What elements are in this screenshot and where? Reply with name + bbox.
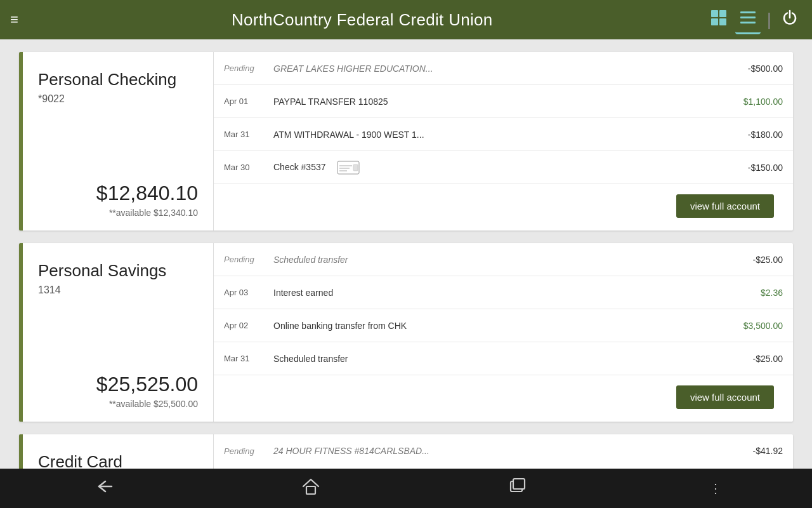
trans-desc: Interest earned	[267, 288, 726, 298]
account-right-savings: Pending Scheduled transfer -$25.00 Apr 0…	[213, 243, 793, 422]
svg-rect-6	[740, 22, 756, 23]
account-card-savings: Personal Savings 1314 $25,525.00 **avail…	[19, 243, 793, 422]
account-balance-checking: $12,840.10	[38, 182, 198, 205]
list-view-icon[interactable]	[735, 5, 761, 34]
svg-rect-0	[711, 10, 718, 17]
check-image-icon	[333, 161, 360, 175]
transaction-row: Pending 24 HOUR FITNESS #814CARLSBAD... …	[214, 434, 793, 467]
svg-rect-5	[740, 17, 756, 18]
account-left-credit: Credit Card	[23, 434, 213, 469]
trans-amount: -$180.00	[726, 130, 783, 140]
trans-date: Apr 01	[224, 97, 267, 106]
trans-date: Mar 30	[224, 163, 267, 172]
view-full-account-button-checking[interactable]: view full account	[676, 194, 774, 218]
trans-amount: $1,100.00	[726, 97, 783, 107]
trans-desc: Scheduled transfer	[267, 255, 726, 265]
transaction-row: Mar 31 ATM WITHDRAWAL - 1900 WEST 1... -…	[214, 118, 793, 151]
power-icon[interactable]	[778, 6, 802, 34]
svg-rect-14	[306, 486, 315, 494]
trans-date: Mar 31	[224, 130, 267, 139]
svg-rect-3	[719, 18, 726, 25]
transaction-row: Mar 31 Scheduled transfer -$25.00	[214, 342, 793, 375]
bottom-navigation: ⋮	[0, 469, 812, 508]
account-card-checking: Personal Checking *9022 $12,840.10 **ava…	[19, 52, 793, 231]
account-left-savings: Personal Savings 1314 $25,525.00 **avail…	[23, 243, 213, 422]
menu-icon[interactable]: ≡	[10, 13, 18, 27]
account-left-checking: Personal Checking *9022 $12,840.10 **ava…	[23, 52, 213, 231]
svg-rect-16	[513, 479, 525, 489]
svg-rect-4	[740, 11, 756, 13]
trans-date: Pending	[224, 64, 267, 73]
trans-desc: ATM WITHDRAWAL - 1900 WEST 1...	[267, 130, 726, 140]
transaction-row: Apr 02 Online banking transfer from CHK …	[214, 309, 793, 342]
trans-date: Apr 03	[224, 288, 267, 297]
trans-amount: -$25.00	[726, 255, 783, 265]
recent-apps-button[interactable]	[493, 472, 542, 504]
trans-desc: Check #3537	[267, 161, 726, 175]
transaction-row: Apr 01 PAYPAL TRANSFER 110825 $1,100.00	[214, 85, 793, 118]
account-number-savings: 1314	[38, 284, 198, 296]
back-button[interactable]	[79, 472, 129, 504]
account-number-checking: *9022	[38, 93, 198, 105]
account-available-savings: **available $25,500.00	[38, 399, 198, 409]
trans-date: Apr 02	[224, 321, 267, 330]
transaction-row: Pending GREAT LAKES HIGHER EDUCATION... …	[214, 52, 793, 85]
account-name-credit: Credit Card	[38, 452, 198, 469]
account-card-credit: Credit Card Pending 24 HOUR FITNESS #814…	[19, 434, 793, 469]
view-full-account-button-savings[interactable]: view full account	[676, 385, 774, 409]
trans-desc: GREAT LAKES HIGHER EDUCATION...	[267, 64, 726, 74]
trans-desc: Online banking transfer from CHK	[267, 321, 726, 331]
app-header: ≡ NorthCountry Federal Credit Union |	[0, 0, 812, 39]
trans-desc: PAYPAL TRANSFER 110825	[267, 97, 726, 107]
trans-amount: -$150.00	[726, 163, 783, 173]
trans-desc: Scheduled transfer	[267, 354, 726, 364]
trans-amount: $2.36	[726, 288, 783, 298]
transaction-row: Mar 30 Check #3537 -$150.00	[214, 151, 793, 184]
trans-date: Pending	[224, 446, 267, 456]
header-divider: |	[767, 10, 771, 30]
account-balance-savings: $25,525.00	[38, 373, 198, 396]
trans-date: Pending	[224, 255, 267, 264]
account-right-checking: Pending GREAT LAKES HIGHER EDUCATION... …	[213, 52, 793, 231]
transaction-row: Apr 03 Interest earned $2.36	[214, 276, 793, 309]
grid-view-icon[interactable]	[706, 5, 731, 34]
account-name-checking: Personal Checking	[38, 70, 198, 90]
transaction-row: Pending Scheduled transfer -$25.00	[214, 243, 793, 276]
app-title: NorthCountry Federal Credit Union	[18, 10, 706, 30]
home-button[interactable]	[286, 472, 336, 504]
more-options-button[interactable]: ⋮	[699, 476, 733, 501]
account-available-checking: **available $12,340.10	[38, 208, 198, 218]
svg-rect-1	[719, 10, 726, 17]
account-name-savings: Personal Savings	[38, 261, 198, 281]
svg-rect-12	[353, 164, 358, 171]
main-content: Personal Checking *9022 $12,840.10 **ava…	[0, 39, 812, 469]
trans-amount: -$25.00	[726, 354, 783, 364]
trans-amount: -$41.92	[726, 446, 783, 456]
trans-date: Mar 31	[224, 354, 267, 363]
trans-desc: 24 HOUR FITNESS #814CARLSBAD...	[267, 446, 726, 456]
trans-amount: -$500.00	[726, 64, 783, 74]
account-right-credit: Pending 24 HOUR FITNESS #814CARLSBAD... …	[213, 434, 793, 469]
trans-amount: $3,500.00	[726, 321, 783, 331]
svg-rect-2	[711, 18, 718, 25]
header-actions: |	[706, 5, 802, 34]
